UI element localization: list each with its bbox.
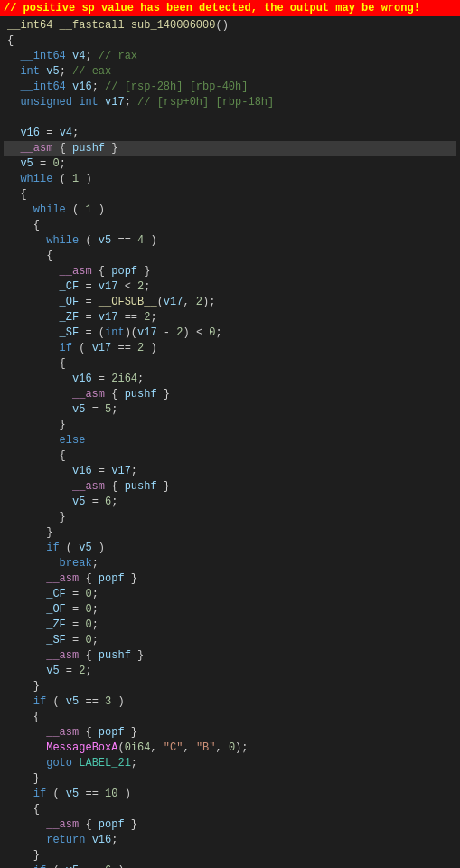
line-34: if ( v5 ) [4,541,456,556]
line-30: __asm { pushf } [4,479,456,495]
line-1: __int64 __fastcall sub_140006000() [4,18,456,33]
line-47: MessageBoxA(0i64, "C", "B", 0); [4,741,456,756]
line-49: } [4,771,456,787]
line-13: { [4,218,456,233]
line-37: _CF = 0; [4,587,456,602]
line-27: else [4,433,456,448]
line-39: _ZF = 0; [4,618,456,633]
line-2: { [4,33,456,49]
code-container: // positive sp value has been detected, … [0,0,460,868]
code-block: __int64 __fastcall sub_140006000() { __i… [0,16,460,868]
line-52: __asm { popf } [4,817,456,833]
line-43: } [4,679,456,694]
line-28: { [4,448,456,464]
line-9: v5 = 0; [4,156,456,172]
line-6: unsigned int v17; // [rsp+0h] [rbp-18h] [4,95,456,110]
line-7: v16 = v4; [4,126,456,141]
line-44: if ( v5 == 3 ) [4,694,456,710]
line-50: if ( v5 == 10 ) [4,787,456,802]
line-23: v16 = 2i64; [4,372,456,387]
line-41: __asm { pushf } [4,648,456,664]
line-54: } [4,848,456,863]
line-21: if ( v17 == 2 ) [4,341,456,356]
line-16: __asm { popf } [4,264,456,279]
line-38: _OF = 0; [4,602,456,618]
line-blank [4,110,456,126]
line-42: v5 = 2; [4,664,456,679]
line-46: __asm { popf } [4,725,456,741]
line-36: __asm { popf } [4,571,456,587]
line-26: } [4,418,456,433]
line-19: _ZF = v17 == 2; [4,310,456,326]
line-14: while ( v5 == 4 ) [4,233,456,249]
line-55: if ( v5 == 6 ) [4,863,456,868]
line-51: { [4,802,456,817]
line-18: _OF = __OFSUB__(v17, 2); [4,295,456,310]
line-35: break; [4,556,456,571]
line-53: return v16; [4,833,456,848]
line-10: while ( 1 ) [4,172,456,187]
line-48: goto LABEL_21; [4,756,456,771]
line-15: { [4,249,456,264]
line-33: } [4,525,456,541]
line-5: __int64 v16; // [rsp-28h] [rbp-40h] [4,80,456,95]
line-32: } [4,510,456,525]
line-12: while ( 1 ) [4,203,456,218]
line-22: { [4,356,456,372]
line-4: int v5; // eax [4,64,456,80]
warning-banner: // positive sp value has been detected, … [0,0,460,16]
line-8: __asm { pushf } [4,141,456,156]
line-40: _SF = 0; [4,633,456,648]
line-24: __asm { pushf } [4,387,456,402]
line-25: v5 = 5; [4,402,456,418]
line-31: v5 = 6; [4,495,456,510]
line-3: __int64 v4; // rax [4,49,456,64]
line-20: _SF = (int)(v17 - 2) < 0; [4,326,456,341]
line-45: { [4,710,456,725]
line-29: v16 = v17; [4,464,456,479]
line-17: _CF = v17 < 2; [4,279,456,295]
line-11: { [4,187,456,203]
